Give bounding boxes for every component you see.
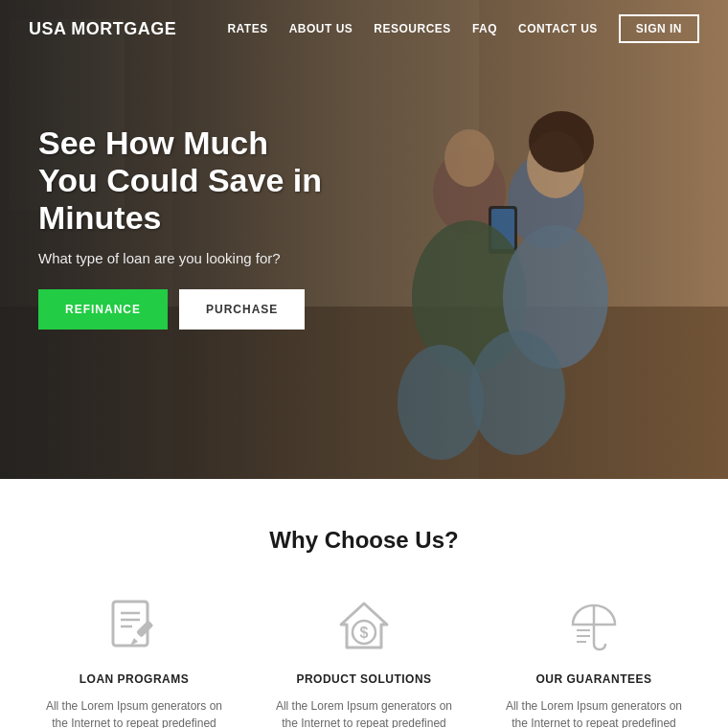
- why-section: Why Choose Us? LOAN PROGRAMS All the Lor…: [0, 479, 728, 728]
- main-nav: RATES ABOUT US RESOURCES FAQ CONTACT US …: [227, 14, 699, 43]
- loan-programs-label: LOAN PROGRAMS: [80, 672, 190, 686]
- hero-buttons: REFINANCE PURCHASE: [38, 289, 402, 330]
- loan-programs-desc: All the Lorem Ipsum generators on the In…: [38, 697, 230, 728]
- feature-product-solutions: $ PRODUCT SOLUTIONS All the Lorem Ipsum …: [268, 592, 460, 728]
- svg-text:$: $: [360, 625, 369, 641]
- svg-rect-21: [136, 620, 153, 637]
- our-guarantees-label: OUR GUARANTEES: [535, 672, 651, 686]
- product-solutions-label: PRODUCT SOLUTIONS: [296, 672, 431, 686]
- refinance-button[interactable]: REFINANCE: [38, 289, 168, 330]
- nav-faq[interactable]: FAQ: [472, 22, 497, 35]
- nav-about[interactable]: ABOUT US: [289, 22, 353, 35]
- signin-button[interactable]: SIGN IN: [619, 14, 699, 43]
- hero-section: See How Much You Could Save in Minutes W…: [0, 0, 728, 479]
- feature-our-guarantees: OUR GUARANTEES All the Lorem Ipsum gener…: [498, 592, 690, 728]
- svg-rect-17: [113, 602, 148, 646]
- nav-rates[interactable]: RATES: [227, 22, 267, 35]
- our-guarantees-desc: All the Lorem Ipsum generators on the In…: [498, 697, 690, 728]
- hero-subtitle: What type of loan are you looking for?: [38, 250, 402, 266]
- product-solutions-desc: All the Lorem Ipsum generators on the In…: [268, 697, 460, 728]
- feature-loan-programs: LOAN PROGRAMS All the Lorem Ipsum genera…: [38, 592, 230, 728]
- nav-resources[interactable]: RESOURCES: [374, 22, 451, 35]
- logo: USA MORTGAGE: [29, 19, 176, 39]
- header: USA MORTGAGE RATES ABOUT US RESOURCES FA…: [0, 0, 728, 57]
- hero-content: See How Much You Could Save in Minutes W…: [38, 125, 402, 330]
- loan-programs-icon: [100, 592, 169, 661]
- hero-title: See How Much You Could Save in Minutes: [38, 125, 402, 237]
- product-solutions-icon: $: [330, 592, 398, 661]
- purchase-button[interactable]: PURCHASE: [179, 289, 305, 330]
- why-title: Why Choose Us?: [29, 527, 699, 554]
- nav-contact[interactable]: CONTACT US: [518, 22, 598, 35]
- our-guarantees-icon: [559, 592, 628, 661]
- features-row: LOAN PROGRAMS All the Lorem Ipsum genera…: [29, 592, 699, 728]
